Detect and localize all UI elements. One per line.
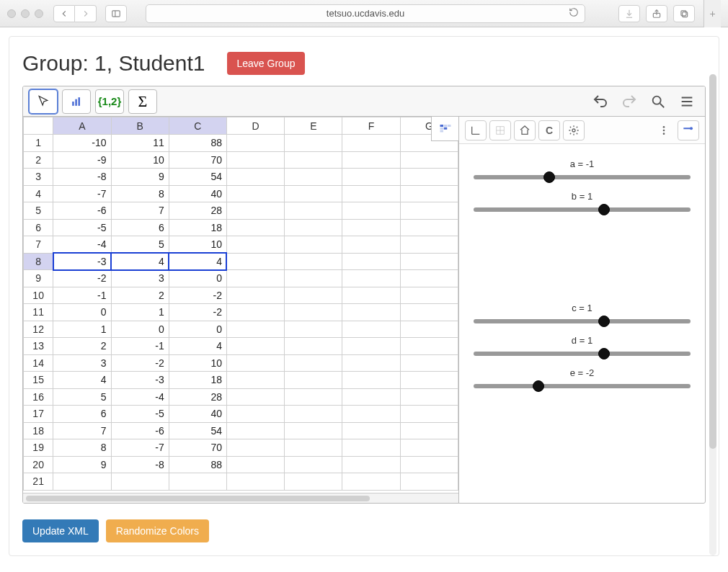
cell-G17[interactable] (400, 406, 458, 423)
cell-C17[interactable]: 40 (169, 406, 226, 423)
cell-A20[interactable]: 9 (53, 456, 111, 473)
row-header[interactable]: 13 (24, 338, 53, 355)
share-button[interactable] (646, 5, 667, 22)
grid-button[interactable] (489, 120, 511, 140)
cell-G5[interactable] (400, 202, 458, 220)
cell-F14[interactable] (342, 354, 400, 372)
cell-B16[interactable]: -4 (111, 388, 169, 406)
cell-B14[interactable]: -2 (111, 354, 169, 372)
cell-F19[interactable] (342, 439, 400, 457)
randomize-colors-button[interactable]: Randomize Colors (106, 519, 209, 542)
cell-C20[interactable]: 88 (169, 456, 226, 473)
slider-thumb-b[interactable] (598, 204, 610, 215)
cell-C15[interactable]: 18 (169, 372, 226, 389)
cell-C6[interactable]: 18 (169, 219, 226, 236)
reload-icon[interactable] (569, 7, 579, 19)
cell-D5[interactable] (226, 202, 284, 220)
cell-D16[interactable] (226, 388, 284, 406)
cell-D4[interactable] (226, 185, 284, 202)
cell-B17[interactable]: -5 (111, 406, 169, 423)
cell-C8[interactable]: 4 (169, 253, 226, 270)
cell-B7[interactable]: 5 (111, 236, 169, 254)
cell-G14[interactable] (400, 354, 458, 372)
row-header[interactable]: 10 (24, 287, 53, 304)
cell-E13[interactable] (285, 338, 342, 355)
style-bar-button[interactable] (678, 120, 699, 140)
cell-E1[interactable] (285, 135, 342, 152)
cell-A14[interactable]: 3 (53, 354, 111, 372)
cell-D14[interactable] (226, 354, 284, 372)
cell-G19[interactable] (400, 439, 458, 457)
cell-E12[interactable] (285, 321, 342, 338)
slider-thumb-d[interactable] (598, 348, 610, 359)
cell-G3[interactable] (400, 169, 458, 186)
cell-F3[interactable] (342, 169, 400, 186)
cell-G18[interactable] (400, 422, 458, 439)
forward-button[interactable] (75, 5, 97, 22)
row-header[interactable]: 5 (24, 202, 53, 220)
cell-D10[interactable] (226, 287, 284, 304)
cell-A10[interactable]: -1 (53, 287, 111, 304)
slider-thumb-e[interactable] (533, 380, 544, 392)
cell-E18[interactable] (285, 422, 342, 439)
cell-F1[interactable] (342, 135, 400, 152)
row-header[interactable]: 7 (24, 236, 53, 254)
column-header-D[interactable]: D (226, 117, 284, 135)
cell-F17[interactable] (342, 406, 400, 423)
cell-C2[interactable]: 70 (169, 151, 226, 169)
cell-D18[interactable] (226, 422, 284, 439)
cell-F21[interactable] (342, 473, 400, 491)
cell-F16[interactable] (342, 388, 400, 406)
cell-A3[interactable]: -8 (53, 169, 111, 186)
address-bar[interactable]: tetsuo.ucdavis.edu (146, 4, 585, 23)
row-header[interactable]: 15 (24, 372, 53, 389)
cell-G15[interactable] (400, 372, 458, 389)
cell-A16[interactable]: 5 (53, 388, 111, 406)
cell-A8[interactable]: -3 (53, 253, 111, 270)
cell-G7[interactable] (400, 236, 458, 254)
column-header-F[interactable]: F (342, 117, 400, 135)
cell-E17[interactable] (285, 406, 342, 423)
slider-e[interactable]: e = -2 (469, 367, 695, 388)
corner-cell[interactable] (24, 117, 53, 135)
new-tab-button[interactable]: + (703, 0, 721, 27)
cell-A2[interactable]: -9 (53, 151, 111, 169)
cell-E4[interactable] (285, 185, 342, 202)
close-window-icon[interactable] (7, 9, 16, 18)
cell-B20[interactable]: -8 (111, 456, 169, 473)
cell-B3[interactable]: 9 (111, 169, 169, 186)
cell-D17[interactable] (226, 406, 284, 423)
column-header-B[interactable]: B (111, 117, 169, 135)
cell-E16[interactable] (285, 388, 342, 406)
cell-G11[interactable] (400, 304, 458, 321)
cell-G6[interactable] (400, 219, 458, 236)
cell-B18[interactable]: -6 (111, 422, 169, 439)
cell-E9[interactable] (285, 270, 342, 287)
cell-E10[interactable] (285, 287, 342, 304)
row-header[interactable]: 14 (24, 354, 53, 372)
cell-A9[interactable]: -2 (53, 270, 111, 287)
column-header-C[interactable]: C (169, 117, 226, 135)
cell-D9[interactable] (226, 270, 284, 287)
cell-C10[interactable]: -2 (169, 287, 226, 304)
cell-E2[interactable] (285, 151, 342, 169)
chart-tool-button[interactable] (62, 89, 91, 114)
cell-D8[interactable] (226, 253, 284, 270)
cell-B2[interactable]: 10 (111, 151, 169, 169)
cell-B11[interactable]: 1 (111, 304, 169, 321)
cell-C7[interactable]: 10 (169, 236, 226, 254)
axes-button[interactable] (465, 120, 487, 140)
cell-C18[interactable]: 54 (169, 422, 226, 439)
slider-d[interactable]: d = 1 (469, 335, 695, 356)
cell-F5[interactable] (342, 202, 400, 220)
slider-a[interactable]: a = -1 (469, 158, 695, 179)
cell-C9[interactable]: 0 (169, 270, 226, 287)
row-header[interactable]: 11 (24, 304, 53, 321)
cell-F11[interactable] (342, 304, 400, 321)
cell-G9[interactable] (400, 270, 458, 287)
cell-E15[interactable] (285, 372, 342, 389)
cell-C21[interactable] (169, 473, 226, 491)
horizontal-scrollbar[interactable] (23, 493, 458, 503)
cell-A12[interactable]: 1 (53, 321, 111, 338)
row-header[interactable]: 2 (24, 151, 53, 169)
